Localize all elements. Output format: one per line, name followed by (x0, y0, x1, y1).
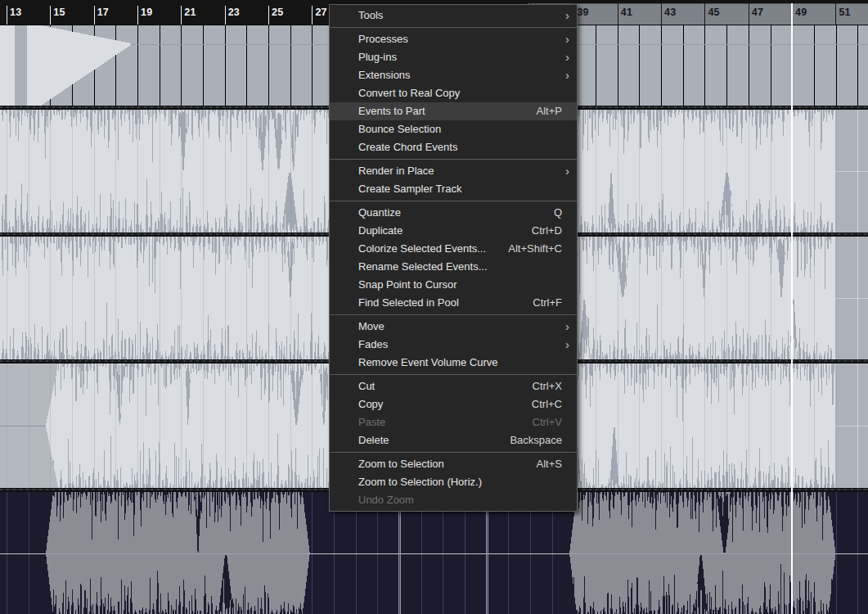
ruler-tick (225, 6, 226, 25)
menu-item-shortcut: Alt+S (537, 455, 562, 473)
menu-item-label: Extensions (358, 66, 562, 84)
submenu-arrow-icon: › (565, 30, 569, 47)
ruler-bar-label: 21 (184, 7, 196, 18)
ruler-tick (618, 3, 618, 25)
menu-item-shortcut: Alt+Shift+C (508, 240, 562, 258)
ruler-tick (7, 6, 7, 25)
menu-item-undo-zoom[interactable]: Undo Zoom (330, 491, 577, 509)
menu-item-label: Processes (358, 30, 562, 48)
menu-item-label: Zoom to Selection (358, 455, 525, 473)
menu-separator (330, 374, 577, 375)
submenu-arrow-icon: › (565, 48, 569, 65)
ruler-bar-label: 23 (228, 7, 240, 18)
ruler-tick (312, 6, 313, 25)
menu-item-move[interactable]: Move› (330, 318, 577, 336)
menu-item-label: Plug-ins (358, 48, 562, 66)
ruler-tick (50, 6, 51, 25)
menu-separator (330, 27, 577, 28)
menu-item-colorize-selected-events[interactable]: Colorize Selected Events...Alt+Shift+C (330, 240, 577, 258)
menu-separator (330, 452, 577, 453)
menu-item-render-in-place[interactable]: Render in Place› (330, 162, 577, 180)
menu-item-shortcut: Q (554, 204, 562, 222)
menu-item-zoom-to-selection-horiz[interactable]: Zoom to Selection (Horiz.) (330, 473, 577, 491)
menu-item-label: Move (358, 318, 562, 336)
menu-separator (330, 159, 577, 160)
menu-item-fades[interactable]: Fades› (330, 336, 577, 354)
ruler-bar-label: 47 (752, 7, 763, 18)
menu-item-copy[interactable]: CopyCtrl+C (330, 395, 577, 413)
menu-item-duplicate[interactable]: DuplicateCtrl+D (330, 222, 577, 240)
menu-item-snap-point-to-cursor[interactable]: Snap Point to Cursor (330, 276, 577, 294)
menu-item-label: Find Selected in Pool (358, 294, 521, 312)
menu-item-label: Events to Part (358, 102, 525, 120)
menu-item-events-to-part[interactable]: Events to PartAlt+P (330, 102, 577, 120)
menu-item-label: Convert to Real Copy (358, 84, 562, 102)
ruler-bar-label: 49 (795, 7, 807, 18)
menu-item-label: Delete (358, 431, 498, 449)
menu-item-find-selected-in-pool[interactable]: Find Selected in PoolCtrl+F (330, 294, 577, 312)
menu-item-shortcut: Ctrl+V (533, 413, 562, 431)
ruler-bar-label: 15 (53, 7, 65, 18)
menu-item-processes[interactable]: Processes› (330, 30, 577, 48)
ruler-bar-label: 17 (97, 7, 109, 18)
menu-item-delete[interactable]: DeleteBackspace (330, 431, 577, 449)
menu-item-paste[interactable]: PasteCtrl+V (330, 413, 577, 431)
menu-item-shortcut: Ctrl+F (533, 294, 562, 312)
menu-item-zoom-to-selection[interactable]: Zoom to SelectionAlt+S (330, 455, 577, 473)
menu-item-shortcut: Ctrl+X (533, 377, 562, 395)
ruler-bar-label: 51 (839, 7, 850, 18)
ruler-bar-label: 41 (621, 7, 632, 18)
ruler-tick (268, 6, 269, 25)
menu-item-quantize[interactable]: QuantizeQ (330, 204, 577, 222)
ruler-tick (137, 6, 138, 25)
arrangement-window: 1315171921232527293133353739414345474951… (0, 0, 868, 614)
menu-item-label: Zoom to Selection (Horiz.) (358, 473, 562, 491)
menu-item-shortcut: Backspace (510, 431, 562, 449)
menu-item-cut[interactable]: CutCtrl+X (330, 377, 577, 395)
context-menu: Tools›Processes›Plug-ins›Extensions›Conv… (329, 4, 578, 512)
menu-item-label: Create Chord Events (358, 138, 562, 156)
menu-item-label: Snap Point to Cursor (358, 276, 562, 294)
menu-item-label: Colorize Selected Events... (358, 240, 497, 258)
ruler-bar-label: 19 (141, 7, 152, 18)
submenu-arrow-icon: › (565, 7, 569, 24)
menu-item-rename-selected-events[interactable]: Rename Selected Events... (330, 258, 577, 276)
ruler-bar-label: 25 (272, 7, 283, 18)
submenu-arrow-icon: › (565, 318, 569, 335)
menu-item-shortcut: Alt+P (537, 102, 562, 120)
menu-item-label: Copy (358, 395, 520, 413)
menu-separator (330, 201, 577, 201)
submenu-arrow-icon: › (565, 66, 569, 84)
menu-item-label: Tools (358, 7, 562, 25)
menu-item-label: Remove Event Volume Curve (358, 354, 562, 372)
menu-item-extensions[interactable]: Extensions› (330, 66, 577, 84)
menu-item-label: Fades (358, 336, 562, 354)
menu-item-shortcut: Ctrl+C (532, 395, 562, 413)
menu-item-create-sampler-track[interactable]: Create Sampler Track (330, 180, 577, 198)
submenu-arrow-icon: › (565, 336, 569, 353)
ruler-tick (704, 3, 705, 25)
menu-item-label: Quantize (358, 204, 542, 222)
ruler-bar-label: 39 (577, 7, 588, 18)
menu-item-label: Create Sampler Track (358, 180, 562, 198)
submenu-arrow-icon: › (565, 162, 569, 179)
menu-item-plug-ins[interactable]: Plug-ins› (330, 48, 577, 66)
menu-item-bounce-selection[interactable]: Bounce Selection (330, 120, 577, 138)
ruler-bar-label: 13 (10, 7, 21, 18)
ruler-tick (661, 3, 662, 25)
menu-item-label: Paste (358, 413, 521, 431)
menu-item-label: Rename Selected Events... (358, 258, 562, 276)
ruler-bar-label: 27 (315, 7, 326, 18)
menu-item-remove-event-volume-curve[interactable]: Remove Event Volume Curve (330, 354, 577, 372)
ruler-bar-label: 45 (708, 7, 719, 18)
playhead-cursor (791, 3, 793, 614)
menu-item-convert-to-real-copy[interactable]: Convert to Real Copy (330, 84, 577, 102)
ruler-tick (749, 3, 749, 25)
menu-item-shortcut: Ctrl+D (532, 222, 562, 240)
menu-item-tools[interactable]: Tools› (330, 7, 577, 25)
menu-item-label: Render in Place (358, 162, 562, 180)
menu-item-create-chord-events[interactable]: Create Chord Events (330, 138, 577, 156)
ruler-tick (94, 6, 95, 25)
menu-separator (330, 314, 577, 315)
ruler-tick (835, 3, 836, 25)
